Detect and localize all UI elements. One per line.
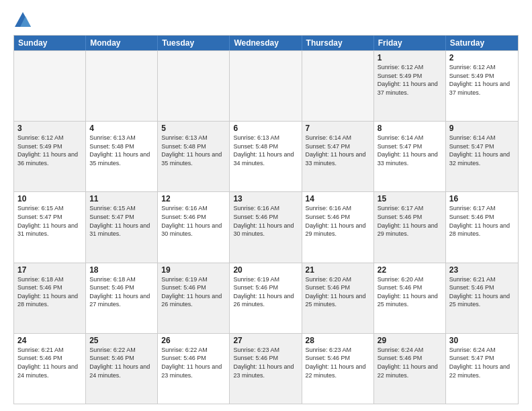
cell-info: Sunrise: 6:16 AM Sunset: 5:46 PM Dayligh… bbox=[233, 204, 298, 238]
calendar-cell: 22Sunrise: 6:20 AM Sunset: 5:46 PM Dayli… bbox=[374, 263, 446, 333]
calendar-cell: 15Sunrise: 6:17 AM Sunset: 5:46 PM Dayli… bbox=[374, 192, 446, 262]
calendar-cell: 13Sunrise: 6:16 AM Sunset: 5:46 PM Dayli… bbox=[230, 192, 302, 262]
calendar-row-3: 10Sunrise: 6:15 AM Sunset: 5:47 PM Dayli… bbox=[14, 191, 518, 262]
day-number: 25 bbox=[89, 336, 154, 345]
calendar-cell: 7Sunrise: 6:14 AM Sunset: 5:47 PM Daylig… bbox=[302, 122, 374, 191]
cell-info: Sunrise: 6:12 AM Sunset: 5:49 PM Dayligh… bbox=[17, 134, 82, 167]
cell-info: Sunrise: 6:16 AM Sunset: 5:46 PM Dayligh… bbox=[306, 204, 370, 238]
cell-info: Sunrise: 6:15 AM Sunset: 5:47 PM Dayligh… bbox=[17, 204, 82, 238]
calendar-cell: 19Sunrise: 6:19 AM Sunset: 5:46 PM Dayli… bbox=[158, 263, 230, 333]
calendar-cell bbox=[302, 51, 374, 121]
cell-info: Sunrise: 6:23 AM Sunset: 5:46 PM Dayligh… bbox=[233, 346, 298, 379]
calendar-cell: 25Sunrise: 6:22 AM Sunset: 5:46 PM Dayli… bbox=[86, 334, 158, 404]
cell-info: Sunrise: 6:18 AM Sunset: 5:46 PM Dayligh… bbox=[89, 275, 154, 309]
day-number: 11 bbox=[89, 194, 154, 203]
day-number: 2 bbox=[449, 53, 515, 62]
cell-info: Sunrise: 6:13 AM Sunset: 5:48 PM Dayligh… bbox=[161, 134, 226, 167]
day-number: 6 bbox=[233, 124, 298, 133]
day-number: 28 bbox=[306, 336, 370, 345]
cell-info: Sunrise: 6:19 AM Sunset: 5:46 PM Dayligh… bbox=[161, 275, 226, 309]
day-number: 9 bbox=[449, 124, 515, 133]
calendar-cell: 6Sunrise: 6:13 AM Sunset: 5:48 PM Daylig… bbox=[230, 122, 302, 191]
cell-info: Sunrise: 6:18 AM Sunset: 5:46 PM Dayligh… bbox=[17, 275, 82, 309]
day-number: 20 bbox=[233, 265, 298, 275]
calendar-cell: 2Sunrise: 6:12 AM Sunset: 5:49 PM Daylig… bbox=[446, 51, 518, 121]
day-number: 10 bbox=[17, 194, 82, 203]
cell-info: Sunrise: 6:13 AM Sunset: 5:48 PM Dayligh… bbox=[233, 134, 298, 167]
calendar-row-1: 1Sunrise: 6:12 AM Sunset: 5:49 PM Daylig… bbox=[14, 50, 518, 121]
calendar-cell: 1Sunrise: 6:12 AM Sunset: 5:49 PM Daylig… bbox=[374, 51, 446, 121]
cell-info: Sunrise: 6:17 AM Sunset: 5:46 PM Dayligh… bbox=[449, 204, 515, 238]
cell-info: Sunrise: 6:12 AM Sunset: 5:49 PM Dayligh… bbox=[378, 63, 442, 97]
calendar-cell: 16Sunrise: 6:17 AM Sunset: 5:46 PM Dayli… bbox=[446, 192, 518, 262]
calendar-cell: 29Sunrise: 6:24 AM Sunset: 5:46 PM Dayli… bbox=[374, 334, 446, 404]
day-number: 24 bbox=[17, 336, 82, 345]
day-number: 19 bbox=[161, 265, 226, 275]
cell-info: Sunrise: 6:21 AM Sunset: 5:46 PM Dayligh… bbox=[449, 275, 515, 309]
day-number: 21 bbox=[306, 265, 370, 275]
cell-info: Sunrise: 6:22 AM Sunset: 5:46 PM Dayligh… bbox=[161, 346, 226, 379]
calendar-cell: 10Sunrise: 6:15 AM Sunset: 5:47 PM Dayli… bbox=[14, 192, 86, 262]
calendar-cell: 21Sunrise: 6:20 AM Sunset: 5:46 PM Dayli… bbox=[302, 263, 374, 333]
day-number: 13 bbox=[233, 194, 298, 203]
calendar-cell: 30Sunrise: 6:24 AM Sunset: 5:47 PM Dayli… bbox=[446, 334, 518, 404]
cell-info: Sunrise: 6:16 AM Sunset: 5:46 PM Dayligh… bbox=[161, 204, 226, 238]
day-number: 23 bbox=[449, 265, 515, 275]
header-day-wednesday: Wednesday bbox=[230, 36, 302, 50]
calendar-cell bbox=[14, 51, 86, 121]
day-number: 30 bbox=[449, 336, 515, 345]
cell-info: Sunrise: 6:21 AM Sunset: 5:46 PM Dayligh… bbox=[17, 346, 82, 379]
page: SundayMondayTuesdayWednesdayThursdayFrid… bbox=[0, 0, 532, 411]
calendar-cell: 8Sunrise: 6:14 AM Sunset: 5:47 PM Daylig… bbox=[374, 122, 446, 191]
calendar-cell: 4Sunrise: 6:13 AM Sunset: 5:48 PM Daylig… bbox=[86, 122, 158, 191]
cell-info: Sunrise: 6:24 AM Sunset: 5:47 PM Dayligh… bbox=[449, 346, 515, 379]
calendar-cell: 9Sunrise: 6:14 AM Sunset: 5:47 PM Daylig… bbox=[446, 122, 518, 191]
calendar-cell: 5Sunrise: 6:13 AM Sunset: 5:48 PM Daylig… bbox=[158, 122, 230, 191]
calendar-header: SundayMondayTuesdayWednesdayThursdayFrid… bbox=[14, 36, 518, 50]
calendar-cell: 3Sunrise: 6:12 AM Sunset: 5:49 PM Daylig… bbox=[14, 122, 86, 191]
header bbox=[13, 11, 519, 30]
cell-info: Sunrise: 6:22 AM Sunset: 5:46 PM Dayligh… bbox=[89, 346, 154, 379]
day-number: 22 bbox=[378, 265, 442, 275]
header-day-saturday: Saturday bbox=[446, 36, 518, 50]
calendar: SundayMondayTuesdayWednesdayThursdayFrid… bbox=[13, 35, 519, 404]
cell-info: Sunrise: 6:19 AM Sunset: 5:46 PM Dayligh… bbox=[233, 275, 298, 309]
day-number: 18 bbox=[89, 265, 154, 275]
day-number: 7 bbox=[306, 124, 370, 133]
logo bbox=[13, 11, 35, 30]
header-day-friday: Friday bbox=[374, 36, 446, 50]
header-day-thursday: Thursday bbox=[302, 36, 374, 50]
calendar-cell: 26Sunrise: 6:22 AM Sunset: 5:46 PM Dayli… bbox=[158, 334, 230, 404]
calendar-row-5: 24Sunrise: 6:21 AM Sunset: 5:46 PM Dayli… bbox=[14, 333, 518, 404]
calendar-cell: 24Sunrise: 6:21 AM Sunset: 5:46 PM Dayli… bbox=[14, 334, 86, 404]
calendar-cell: 14Sunrise: 6:16 AM Sunset: 5:46 PM Dayli… bbox=[302, 192, 374, 262]
cell-info: Sunrise: 6:24 AM Sunset: 5:46 PM Dayligh… bbox=[378, 346, 442, 379]
day-number: 8 bbox=[378, 124, 442, 133]
day-number: 5 bbox=[161, 124, 226, 133]
calendar-cell bbox=[230, 51, 302, 121]
cell-info: Sunrise: 6:20 AM Sunset: 5:46 PM Dayligh… bbox=[378, 275, 442, 309]
cell-info: Sunrise: 6:23 AM Sunset: 5:46 PM Dayligh… bbox=[306, 346, 370, 379]
day-number: 26 bbox=[161, 336, 226, 345]
day-number: 27 bbox=[233, 336, 298, 345]
day-number: 29 bbox=[378, 336, 442, 345]
cell-info: Sunrise: 6:17 AM Sunset: 5:46 PM Dayligh… bbox=[378, 204, 442, 238]
calendar-cell: 20Sunrise: 6:19 AM Sunset: 5:46 PM Dayli… bbox=[230, 263, 302, 333]
day-number: 1 bbox=[378, 53, 442, 62]
calendar-cell: 18Sunrise: 6:18 AM Sunset: 5:46 PM Dayli… bbox=[86, 263, 158, 333]
header-day-sunday: Sunday bbox=[14, 36, 86, 50]
calendar-cell: 17Sunrise: 6:18 AM Sunset: 5:46 PM Dayli… bbox=[14, 263, 86, 333]
cell-info: Sunrise: 6:14 AM Sunset: 5:47 PM Dayligh… bbox=[378, 134, 442, 167]
cell-info: Sunrise: 6:14 AM Sunset: 5:47 PM Dayligh… bbox=[306, 134, 370, 167]
cell-info: Sunrise: 6:14 AM Sunset: 5:47 PM Dayligh… bbox=[449, 134, 515, 167]
cell-info: Sunrise: 6:15 AM Sunset: 5:47 PM Dayligh… bbox=[89, 204, 154, 238]
day-number: 15 bbox=[378, 194, 442, 203]
calendar-cell bbox=[158, 51, 230, 121]
logo-icon bbox=[13, 11, 32, 30]
calendar-body: 1Sunrise: 6:12 AM Sunset: 5:49 PM Daylig… bbox=[14, 50, 518, 404]
day-number: 4 bbox=[89, 124, 154, 133]
day-number: 12 bbox=[161, 194, 226, 203]
header-day-tuesday: Tuesday bbox=[158, 36, 230, 50]
day-number: 3 bbox=[17, 124, 82, 133]
day-number: 14 bbox=[306, 194, 370, 203]
